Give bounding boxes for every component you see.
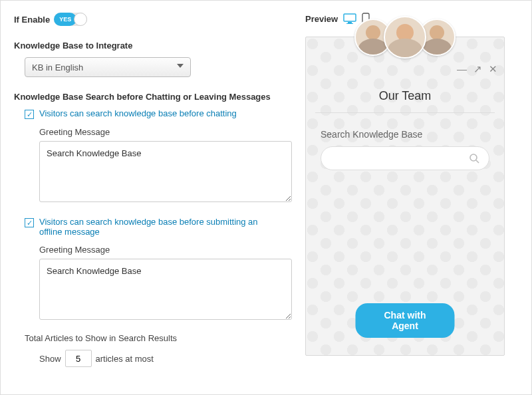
kb-select-value: KB in English [32, 63, 83, 72]
greeting-textarea-2[interactable] [39, 259, 292, 320]
search-icon [469, 153, 479, 166]
svg-point-5 [470, 154, 477, 161]
kb-select[interactable]: KB in English [25, 57, 191, 77]
if-enable-label: If Enable [14, 15, 50, 25]
offline-search-checkbox-label[interactable]: Visitors can search knowledge base befor… [39, 217, 279, 237]
close-icon[interactable]: ✕ [489, 64, 497, 74]
preview-label: Preview [305, 14, 338, 24]
show-prefix: Show [39, 354, 61, 364]
widget-title: Our Team [306, 89, 504, 112]
enable-toggle[interactable]: YES [54, 13, 87, 26]
toggle-yes-text: YES [54, 13, 76, 26]
total-articles-label: Total Articles to Show in Search Results [25, 333, 300, 343]
greeting-label-1: Greeting Message [39, 127, 300, 137]
chevron-down-icon [177, 64, 184, 68]
toggle-knob [74, 13, 87, 26]
chat-with-agent-button[interactable]: Chat with Agent [356, 303, 455, 338]
chat-search-checkbox-label[interactable]: Visitors can search knowledge base befor… [39, 108, 237, 118]
svg-line-6 [476, 160, 479, 163]
popout-icon[interactable]: ↗ [473, 64, 482, 74]
show-count-input[interactable] [65, 350, 92, 367]
offline-search-checkbox[interactable]: ✓ [25, 218, 34, 227]
chat-widget-preview: — ↗ ✕ Our Team Search Knowledge Base Cha… [305, 37, 505, 356]
kb-integrate-title: Knowledge Base to Integrate [14, 41, 300, 51]
team-avatars [354, 19, 456, 61]
chat-search-checkbox[interactable]: ✓ [25, 110, 34, 119]
divider [315, 112, 495, 113]
show-suffix: articles at most [96, 354, 154, 364]
minimize-icon[interactable]: — [457, 64, 467, 74]
avatar [384, 16, 426, 59]
greeting-label-2: Greeting Message [39, 245, 300, 255]
svg-rect-2 [346, 23, 353, 24]
widget-kb-search-input[interactable] [321, 146, 489, 170]
greeting-textarea-1[interactable] [39, 141, 292, 202]
kb-search-title: Knowledge Base Search before Chatting or… [14, 92, 300, 102]
svg-rect-1 [348, 22, 352, 23]
widget-kb-label: Search Knowledge Base [321, 129, 489, 140]
